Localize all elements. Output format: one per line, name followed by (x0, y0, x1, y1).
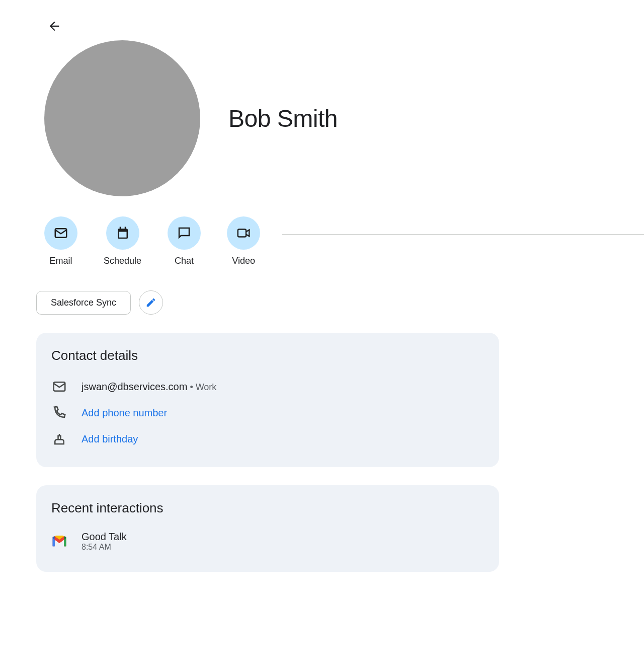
add-birthday-link[interactable]: Add birthday (82, 433, 138, 445)
phone-detail-row: Add phone number (51, 400, 484, 426)
video-action[interactable]: Video (227, 216, 260, 266)
calendar-icon (115, 226, 130, 241)
chat-action-label: Chat (175, 256, 194, 266)
schedule-action-label: Schedule (104, 256, 141, 266)
svg-rect-3 (119, 227, 121, 230)
video-action-label: Video (232, 256, 255, 266)
gmail-icon (51, 535, 67, 548)
email-icon (51, 379, 67, 395)
video-icon (236, 226, 251, 241)
actions-row: Email Schedule (44, 216, 644, 266)
email-detail-row: jswan@dbservices.com • Work (51, 374, 484, 400)
recent-interactions-title: Recent interactions (51, 500, 484, 516)
back-button[interactable] (44, 16, 64, 36)
arrow-left-icon (47, 19, 61, 33)
tags-row: Salesforce Sync (36, 290, 644, 315)
email-action[interactable]: Email (44, 216, 77, 266)
email-action-label: Email (49, 256, 72, 266)
chat-action[interactable]: Chat (168, 216, 201, 266)
email-type: Work (196, 382, 217, 392)
contact-details-title: Contact details (51, 348, 484, 363)
divider (282, 234, 644, 235)
add-phone-link[interactable]: Add phone number (82, 407, 167, 419)
interaction-title: Good Talk (82, 531, 127, 543)
svg-rect-4 (124, 227, 126, 230)
avatar[interactable] (44, 40, 200, 196)
email-value: jswan@dbservices.com (82, 381, 187, 392)
contact-header: Bob Smith (44, 40, 644, 196)
contact-name: Bob Smith (228, 105, 338, 132)
birthday-detail-row: Add birthday (51, 426, 484, 452)
svg-rect-2 (119, 232, 126, 238)
chat-icon (177, 226, 192, 241)
phone-icon (51, 405, 67, 421)
svg-rect-5 (238, 230, 246, 237)
recent-interactions-card: Recent interactions Good Talk 8:54 AM (36, 485, 499, 572)
salesforce-sync-tag[interactable]: Salesforce Sync (36, 291, 131, 315)
email-icon (53, 226, 68, 241)
email-separator: • (187, 382, 195, 392)
contact-details-card: Contact details jswan@dbservices.com • W… (36, 333, 499, 467)
schedule-action[interactable]: Schedule (104, 216, 141, 266)
interaction-item[interactable]: Good Talk 8:54 AM (51, 526, 484, 557)
pencil-icon (145, 297, 156, 308)
interaction-time: 8:54 AM (82, 543, 127, 552)
cake-icon (51, 431, 67, 447)
edit-tags-button[interactable] (139, 290, 163, 315)
